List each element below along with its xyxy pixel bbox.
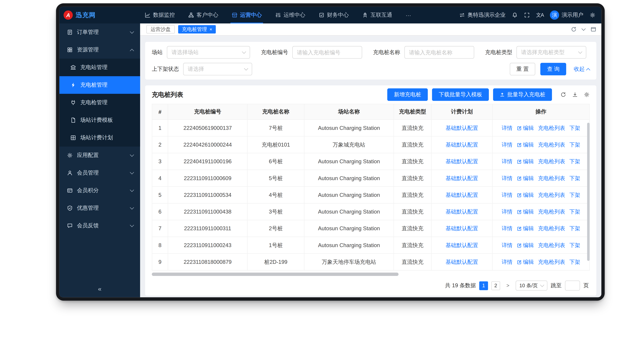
horizontal-scrollbar[interactable] xyxy=(152,273,398,276)
edit-link[interactable]: 编辑 xyxy=(517,124,534,132)
sidebar-item-label: 会员反馈 xyxy=(77,222,126,229)
edit-link[interactable]: 编辑 xyxy=(517,225,534,232)
sidebar-item-charging-pile-management[interactable]: 充电桩管理 xyxy=(60,76,140,94)
detail-link[interactable]: 详情 xyxy=(502,141,512,148)
sidebar-item-order-management[interactable]: 订单管理 xyxy=(60,24,140,41)
detail-link[interactable]: 详情 xyxy=(502,241,512,249)
user-menu[interactable]: 演 演示用户 xyxy=(550,11,584,20)
fullscreen-icon[interactable] xyxy=(524,12,530,18)
collapse-filters-link[interactable]: 收起 xyxy=(574,65,590,73)
offline-link[interactable]: 下架 xyxy=(569,158,580,165)
detail-link[interactable]: 详情 xyxy=(502,158,512,165)
billing-plan-link[interactable]: 基础默认配置 xyxy=(446,242,478,248)
billing-plan-link[interactable]: 基础默认配置 xyxy=(446,158,478,164)
gun-list-link[interactable]: 充电枪列表 xyxy=(538,225,565,232)
gun-list-link[interactable]: 充电枪列表 xyxy=(538,258,565,266)
pile-no-input[interactable] xyxy=(297,49,358,56)
detail-link[interactable]: 详情 xyxy=(502,191,512,199)
chevron-down-icon[interactable] xyxy=(582,27,586,31)
close-icon[interactable]: × xyxy=(210,27,212,32)
offline-link[interactable]: 下架 xyxy=(569,124,580,132)
detail-link[interactable]: 详情 xyxy=(502,258,512,266)
batch-import-button[interactable]: 批量导入充电桩 xyxy=(493,88,552,101)
edit-link[interactable]: 编辑 xyxy=(517,175,534,182)
detail-link[interactable]: 详情 xyxy=(502,225,512,232)
cell-plan: 基础默认配置 xyxy=(431,136,492,153)
pile-name-input[interactable] xyxy=(409,49,470,56)
sidebar-item-app-config[interactable]: 应用配置 xyxy=(60,146,140,164)
query-button[interactable]: 查 询 xyxy=(540,63,566,75)
edit-link[interactable]: 编辑 xyxy=(517,191,534,199)
layout-icon[interactable] xyxy=(590,26,596,32)
sidebar-item-resource-management[interactable]: 资源管理 xyxy=(60,41,140,59)
jump-page-input[interactable] xyxy=(565,280,580,291)
tab-charging-pile-management[interactable]: 充电桩管理 × xyxy=(178,25,216,33)
offline-link[interactable]: 下架 xyxy=(569,191,580,199)
billing-plan-link[interactable]: 基础默认配置 xyxy=(446,225,478,231)
billing-plan-link[interactable]: 基础默认配置 xyxy=(446,192,478,198)
vertical-scrollbar[interactable] xyxy=(587,123,590,261)
nav-item-data-monitor[interactable]: 数据监控 xyxy=(138,7,182,24)
gear-icon[interactable] xyxy=(584,92,590,98)
gun-list-link[interactable]: 充电枪列表 xyxy=(538,141,565,148)
sidebar-item-station-billing-template[interactable]: 场站计费模板 xyxy=(60,111,140,129)
edit-link[interactable]: 编辑 xyxy=(517,141,534,148)
page-1-button[interactable]: 1 xyxy=(479,281,488,290)
reset-button[interactable]: 重 置 xyxy=(510,63,536,75)
billing-plan-link[interactable]: 基础默认配置 xyxy=(446,141,478,147)
gun-list-link[interactable]: 充电枪列表 xyxy=(538,158,565,165)
sidebar-item-charging-station-management[interactable]: 充电站管理 xyxy=(60,59,140,76)
offline-link[interactable]: 下架 xyxy=(569,225,580,232)
sidebar-item-station-billing-plan[interactable]: 场站计费计划 xyxy=(60,129,140,146)
sidebar-item-member-feedback[interactable]: 会员反馈 xyxy=(60,217,140,235)
gun-list-link[interactable]: 充电枪列表 xyxy=(538,191,565,199)
translate-icon[interactable]: 文A xyxy=(536,12,544,19)
gun-list-link[interactable]: 充电枪列表 xyxy=(538,175,565,182)
sidebar-collapse-button[interactable]: « xyxy=(60,280,140,297)
billing-plan-link[interactable]: 基础默认配置 xyxy=(446,125,478,131)
add-pile-button[interactable]: 新增充电桩 xyxy=(387,88,428,101)
bell-icon[interactable] xyxy=(512,12,518,18)
sidebar-item-discount-management[interactable]: 优惠管理 xyxy=(60,199,140,217)
gun-list-link[interactable]: 充电枪列表 xyxy=(538,124,565,132)
sidebar-item-member-management[interactable]: 会员管理 xyxy=(60,164,140,182)
offline-link[interactable]: 下架 xyxy=(569,258,580,266)
edit-link[interactable]: 编辑 xyxy=(517,241,534,249)
offline-link[interactable]: 下架 xyxy=(569,175,580,182)
tab-operation-sandbox[interactable]: 运营沙盘 xyxy=(146,25,175,33)
station-select[interactable]: 请选择场站 xyxy=(167,46,250,59)
download-icon[interactable] xyxy=(572,92,578,98)
nav-item-maintenance-center[interactable]: 运维中心 xyxy=(268,7,312,24)
detail-link[interactable]: 详情 xyxy=(502,208,512,215)
page-size-select[interactable]: 10 条/页 xyxy=(516,280,548,291)
offline-link[interactable]: 下架 xyxy=(569,141,580,148)
next-page-button[interactable]: > xyxy=(504,281,512,290)
gear-icon[interactable] xyxy=(590,12,596,18)
gun-list-link[interactable]: 充电枪列表 xyxy=(538,208,565,215)
sidebar-item-charging-gun-management[interactable]: 充电枪管理 xyxy=(60,94,140,111)
refresh-icon[interactable] xyxy=(560,92,566,98)
detail-link[interactable]: 详情 xyxy=(502,124,512,132)
org-switcher[interactable]: 奥特迅演示企业 xyxy=(459,11,506,19)
sidebar-item-member-points[interactable]: 会员积分 xyxy=(60,182,140,199)
gun-list-link[interactable]: 充电枪列表 xyxy=(538,241,565,249)
detail-link[interactable]: 详情 xyxy=(502,175,512,182)
page-2-button[interactable]: 2 xyxy=(491,281,500,290)
nav-item-customer-center[interactable]: 客户中心 xyxy=(182,7,225,24)
pile-type-select[interactable]: 请选择充电桩类型 xyxy=(516,46,586,59)
edit-link[interactable]: 编辑 xyxy=(517,208,534,215)
edit-link[interactable]: 编辑 xyxy=(517,158,534,165)
offline-link[interactable]: 下架 xyxy=(569,208,580,215)
refresh-icon[interactable] xyxy=(571,26,577,32)
status-select[interactable]: 请选择 xyxy=(183,63,252,75)
nav-item-more[interactable]: ··· xyxy=(399,7,418,24)
billing-plan-link[interactable]: 基础默认配置 xyxy=(446,259,478,265)
billing-plan-link[interactable]: 基础默认配置 xyxy=(446,175,478,181)
nav-item-finance-center[interactable]: 财务中心 xyxy=(312,7,355,24)
offline-link[interactable]: 下架 xyxy=(569,241,580,249)
billing-plan-link[interactable]: 基础默认配置 xyxy=(446,208,478,215)
nav-item-operation-center[interactable]: 运营中心 xyxy=(225,7,268,24)
download-template-button[interactable]: 下载批量导入模板 xyxy=(432,88,489,101)
nav-item-interconnection[interactable]: 互联互通 xyxy=(356,7,399,24)
edit-link[interactable]: 编辑 xyxy=(517,258,534,266)
